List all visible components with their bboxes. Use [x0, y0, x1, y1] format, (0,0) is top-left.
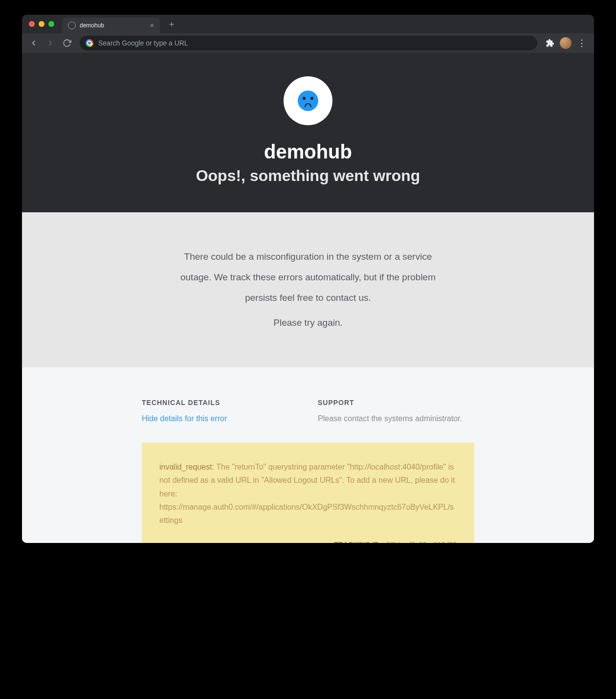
profile-avatar[interactable]: [560, 37, 572, 49]
support-text: Please contact the systems administrator…: [318, 414, 474, 423]
extensions-button[interactable]: [543, 36, 557, 50]
back-button[interactable]: [27, 36, 41, 50]
browser-toolbar: ⋮: [22, 33, 594, 53]
technical-details-column: TECHNICAL DETAILS Hide details for this …: [142, 399, 298, 423]
error-hero: demohub Oops!, something went wrong: [22, 53, 594, 212]
url-input[interactable]: [98, 39, 531, 47]
tracking-id: c59bbaef3a02ac910d26: [383, 541, 457, 543]
error-description-detail: : The "returnTo" querystring parameter "…: [159, 463, 455, 524]
close-tab-button[interactable]: ×: [150, 22, 154, 29]
browser-menu-button[interactable]: ⋮: [574, 38, 589, 48]
traffic-lights: [29, 21, 54, 27]
close-window-button[interactable]: [29, 21, 35, 27]
details-section: TECHNICAL DETAILS Hide details for this …: [22, 367, 594, 543]
browser-tab[interactable]: demohub ×: [62, 18, 160, 33]
globe-icon: [68, 22, 76, 29]
toggle-details-link[interactable]: Hide details for this error: [142, 414, 298, 423]
reload-button[interactable]: [60, 36, 74, 50]
tab-title: demohub: [80, 22, 146, 29]
tracking-row: TRACKING ID: c59bbaef3a02ac910d26: [159, 541, 457, 543]
address-bar[interactable]: [80, 36, 537, 50]
error-box: invalid_request: The "returnTo" querystr…: [142, 443, 474, 543]
error-message: invalid_request: The "returnTo" querystr…: [159, 460, 457, 527]
error-message-section: There could be a misconfiguration in the…: [22, 212, 594, 367]
tracking-label: TRACKING ID:: [334, 541, 381, 543]
support-column: SUPPORT Please contact the systems admin…: [318, 399, 474, 423]
page-content: demohub Oops!, something went wrong Ther…: [22, 53, 594, 543]
retry-prompt: Please try again.: [176, 313, 440, 333]
maximize-window-button[interactable]: [48, 21, 54, 27]
sad-face-icon: [284, 76, 332, 125]
app-name: demohub: [264, 141, 352, 163]
technical-details-label: TECHNICAL DETAILS: [142, 399, 298, 406]
window-title-bar: demohub × +: [22, 15, 594, 33]
error-heading: Oops!, something went wrong: [196, 167, 420, 185]
browser-window: demohub × + ⋮: [22, 15, 594, 543]
error-description: There could be a misconfiguration in the…: [176, 247, 440, 308]
support-label: SUPPORT: [318, 399, 474, 406]
google-icon: [86, 39, 93, 47]
error-code: invalid_request: [159, 463, 212, 471]
forward-button[interactable]: [44, 36, 57, 50]
minimize-window-button[interactable]: [39, 21, 44, 27]
new-tab-button[interactable]: +: [166, 19, 177, 31]
